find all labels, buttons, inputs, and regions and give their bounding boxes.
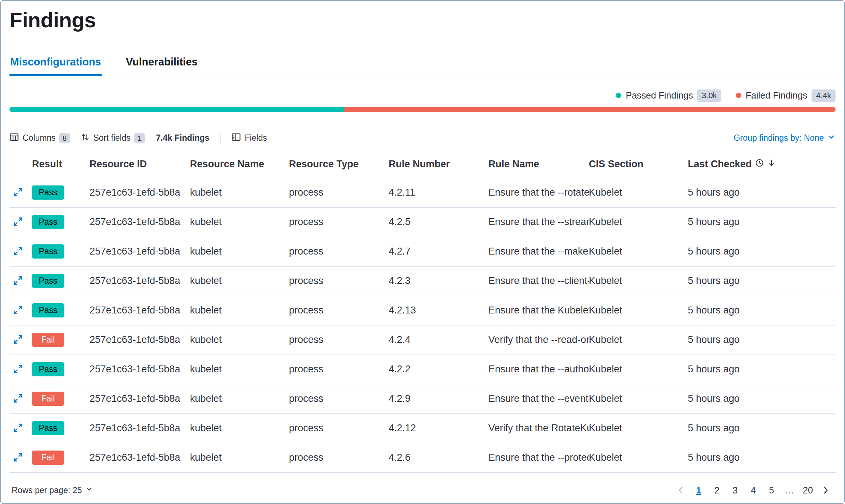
resource-type-cell: process	[289, 296, 389, 325]
tab-vulnerabilities[interactable]: Vulnerabilities	[125, 56, 198, 76]
passed-findings-legend: Passed Findings 3.0k	[616, 89, 721, 102]
cis-section-cell: Kubelet	[589, 443, 688, 472]
result-cell: Fail	[32, 325, 90, 355]
sort-fields-button[interactable]: Sort fields 1	[81, 133, 145, 144]
chevron-down-icon	[827, 133, 836, 144]
expand-row-button[interactable]	[13, 305, 23, 316]
cis-section-cell: Kubelet	[589, 413, 688, 443]
rule-name-cell: Ensure that the --streaming-connection-i…	[488, 207, 589, 237]
next-page-button[interactable]	[818, 485, 833, 495]
page-button-20[interactable]: 20	[800, 482, 816, 498]
previous-page-button[interactable]	[673, 485, 689, 495]
expand-row-button[interactable]	[13, 246, 23, 257]
failed-dot-icon	[736, 93, 741, 98]
result-cell: Pass	[32, 266, 90, 296]
page-button-5[interactable]: 5	[763, 482, 779, 498]
resource-name-cell: kubelet	[190, 266, 289, 296]
table-row: Pass257e1c63-1efd-5b8akubeletprocess4.2.…	[9, 266, 836, 296]
rows-per-page-button[interactable]: Rows per page: 25	[12, 485, 93, 495]
rule-name-cell: Verify that the --read-only-port argumen…	[488, 325, 589, 355]
expand-cell	[9, 266, 32, 296]
result-cell: Pass	[32, 355, 90, 384]
rule-number-cell: 4.2.3	[389, 266, 488, 296]
resource-name-cell: kubelet	[190, 296, 289, 325]
last-checked-cell: 5 hours ago	[688, 443, 836, 472]
header-resource-name[interactable]: Resource Name	[190, 152, 289, 178]
expand-icon	[13, 452, 23, 463]
resource-id-cell: 257e1c63-1efd-5b8a	[90, 325, 190, 355]
expand-cell	[9, 237, 32, 266]
rule-number-cell: 4.2.7	[389, 237, 488, 266]
rule-number-cell: 4.2.2	[389, 355, 488, 384]
passed-findings-count-badge: 3.0k	[697, 89, 721, 102]
expand-cell	[9, 443, 32, 472]
expand-row-button[interactable]	[13, 452, 23, 463]
rule-name-cell: Verify that the RotateKubeletServerCerti…	[488, 413, 589, 443]
toolbar-divider	[220, 133, 221, 144]
expand-row-button[interactable]	[13, 335, 23, 345]
page-button-4[interactable]: 4	[745, 482, 761, 498]
page-button-2[interactable]: 2	[709, 482, 725, 498]
failed-bar-segment[interactable]	[344, 107, 836, 112]
expand-icon	[13, 393, 23, 404]
header-resource-type[interactable]: Resource Type	[289, 152, 389, 178]
last-checked-cell: 5 hours ago	[688, 413, 836, 443]
failed-findings-count-badge: 4.4k	[812, 89, 836, 102]
tab-bar: Misconfigurations Vulnerabilities	[9, 56, 836, 76]
expand-cell	[9, 178, 32, 207]
sort-desc-icon	[767, 159, 776, 170]
table-row: Pass257e1c63-1efd-5b8akubeletprocess4.2.…	[9, 178, 836, 207]
resource-id-cell: 257e1c63-1efd-5b8a	[90, 355, 190, 384]
cis-section-cell: Kubelet	[589, 325, 688, 355]
expand-cell	[9, 413, 32, 443]
pagination-ellipsis: …	[782, 485, 798, 496]
header-cis-section[interactable]: CIS Section	[589, 152, 688, 178]
last-checked-cell: 5 hours ago	[688, 296, 836, 325]
expand-row-button[interactable]	[13, 364, 23, 375]
expand-icon	[13, 335, 23, 345]
header-resource-id[interactable]: Resource ID	[90, 152, 190, 178]
rule-name-cell: Ensure that the --client-ca-file argumen…	[488, 266, 589, 296]
header-result[interactable]: Result	[32, 152, 90, 178]
resource-type-cell: process	[289, 413, 389, 443]
fields-button[interactable]: Fields	[231, 132, 267, 144]
result-cell: Fail	[32, 384, 90, 413]
table-row: Fail257e1c63-1efd-5b8akubeletprocess4.2.…	[9, 443, 836, 472]
expand-row-button[interactable]	[13, 423, 23, 434]
expand-row-button[interactable]	[13, 276, 23, 287]
resource-id-cell: 257e1c63-1efd-5b8a	[90, 207, 190, 237]
last-checked-cell: 5 hours ago	[688, 237, 836, 266]
rule-number-cell: 4.2.9	[389, 384, 488, 413]
clock-icon	[755, 159, 764, 170]
resource-type-cell: process	[289, 207, 389, 237]
header-last-checked[interactable]: Last Checked	[688, 152, 836, 178]
result-cell: Fail	[32, 443, 90, 472]
passed-bar-segment[interactable]	[9, 107, 344, 112]
last-checked-cell: 5 hours ago	[688, 384, 836, 413]
table-row: Pass257e1c63-1efd-5b8akubeletprocess4.2.…	[9, 207, 836, 237]
rows-per-page-label: Rows per page: 25	[12, 485, 82, 495]
group-findings-by-button[interactable]: Group findings by: None	[734, 133, 836, 144]
sort-arrows-icon	[81, 133, 90, 144]
page-button-3[interactable]: 3	[727, 482, 743, 498]
findings-distribution-bar[interactable]	[9, 107, 836, 112]
tab-misconfigurations[interactable]: Misconfigurations	[9, 56, 102, 76]
expand-icon	[13, 187, 23, 198]
expand-row-button[interactable]	[13, 393, 23, 404]
expand-icon	[13, 246, 23, 257]
resource-name-cell: kubelet	[190, 355, 289, 384]
header-rule-name[interactable]: Rule Name	[488, 152, 589, 178]
expand-row-button[interactable]	[13, 217, 23, 228]
result-badge: Pass	[32, 362, 64, 376]
page-button-1[interactable]: 1	[691, 482, 707, 498]
result-badge: Fail	[32, 392, 64, 406]
resource-id-cell: 257e1c63-1efd-5b8a	[90, 266, 190, 296]
columns-button[interactable]: Columns 8	[9, 132, 70, 144]
table-row: Pass257e1c63-1efd-5b8akubeletprocess4.2.…	[9, 296, 836, 325]
cis-section-cell: Kubelet	[589, 266, 688, 296]
passed-dot-icon	[616, 93, 621, 98]
findings-page: Findings Misconfigurations Vulnerabiliti…	[0, 0, 845, 504]
resource-name-cell: kubelet	[190, 178, 289, 207]
expand-row-button[interactable]	[13, 187, 23, 198]
header-rule-number[interactable]: Rule Number	[389, 152, 488, 178]
